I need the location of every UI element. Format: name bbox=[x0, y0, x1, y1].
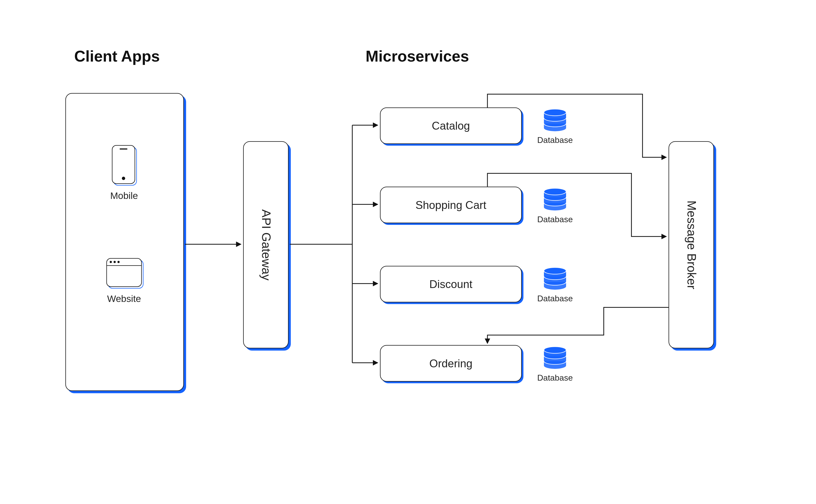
database-label: Database bbox=[530, 135, 580, 145]
service-shopping-cart-label: Shopping Cart bbox=[415, 198, 486, 211]
service-ordering-box: Ordering bbox=[380, 345, 522, 382]
message-broker-label: Message Broker bbox=[684, 200, 699, 289]
mobile-label: Mobile bbox=[91, 191, 157, 202]
service-catalog-label: Catalog bbox=[432, 119, 470, 132]
service-discount-label: Discount bbox=[429, 278, 473, 291]
database-label: Database bbox=[530, 294, 580, 303]
service-catalog-box: Catalog bbox=[380, 107, 522, 144]
api-gateway-box: API Gateway bbox=[243, 141, 289, 348]
heading-microservices: Microservices bbox=[366, 48, 469, 65]
service-shopping-cart-box: Shopping Cart bbox=[380, 187, 522, 223]
mobile-phone-icon-render bbox=[112, 145, 136, 185]
database-icon bbox=[543, 267, 567, 290]
database-icon bbox=[543, 188, 567, 211]
database-label: Database bbox=[530, 373, 580, 382]
api-gateway-label: API Gateway bbox=[259, 209, 273, 280]
heading-client-apps: Client Apps bbox=[74, 48, 160, 65]
database-icon bbox=[543, 109, 567, 132]
service-discount-box: Discount bbox=[380, 266, 522, 302]
database-icon bbox=[543, 346, 567, 370]
client-apps-box bbox=[65, 93, 184, 391]
service-ordering-label: Ordering bbox=[429, 357, 473, 370]
browser-window-icon bbox=[106, 258, 143, 287]
message-broker-box: Message Broker bbox=[669, 141, 714, 348]
architecture-diagram: Client Apps Microservices Mobile Website… bbox=[0, 0, 815, 504]
website-label: Website bbox=[91, 294, 157, 305]
database-label: Database bbox=[530, 214, 580, 224]
